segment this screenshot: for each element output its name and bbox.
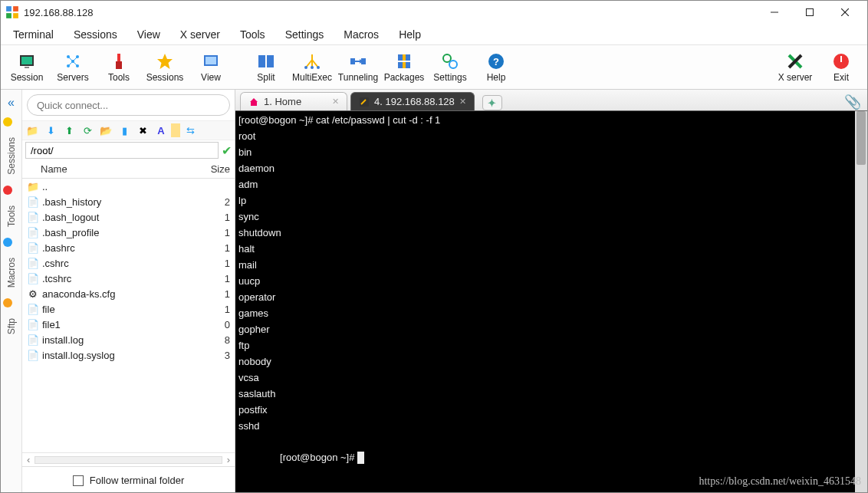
- terminal-cursor: [357, 452, 364, 464]
- file-size: 8: [199, 334, 230, 346]
- menu-sessions[interactable]: Sessions: [64, 25, 127, 44]
- svg-rect-0: [6, 6, 12, 12]
- file-row[interactable]: 📄.tcshrc1: [22, 271, 235, 286]
- toolbar-multiexec[interactable]: MultiExec: [289, 47, 335, 88]
- folder-icon[interactable]: 📁: [24, 122, 41, 139]
- paperclip-icon[interactable]: 📎: [844, 94, 861, 110]
- split-icon: [257, 52, 275, 71]
- follow-checkbox[interactable]: [73, 475, 84, 486]
- toolbar-exit[interactable]: Exit: [818, 47, 864, 88]
- session-icon: [18, 52, 36, 71]
- minimize-button[interactable]: [757, 1, 792, 24]
- terminal[interactable]: [root@bogon ~]# cat /etc/passwd | cut -d…: [235, 111, 867, 493]
- menu-terminal[interactable]: Terminal: [4, 25, 63, 44]
- svg-point-31: [304, 66, 307, 69]
- menu-settings[interactable]: Settings: [276, 25, 334, 44]
- file-icon: 📄: [27, 242, 39, 254]
- download-icon[interactable]: ⬇: [42, 122, 59, 139]
- file-name: install.log.syslog: [42, 350, 199, 361]
- file-row[interactable]: ⚙anaconda-ks.cfg1: [22, 286, 235, 301]
- file-icon[interactable]: ▮: [116, 122, 133, 139]
- side-tab-tools[interactable]: Tools: [3, 198, 20, 235]
- side-strip: « SessionsToolsMacrosSftp: [1, 90, 22, 493]
- menu-help[interactable]: Help: [390, 25, 430, 44]
- terminal-scrollbar[interactable]: [855, 111, 867, 493]
- side-dot-icon: [3, 186, 12, 195]
- tab-label: 1. Home: [264, 96, 301, 107]
- delete-icon[interactable]: ✖: [134, 122, 151, 139]
- horizontal-scrollbar[interactable]: ‹›: [22, 452, 235, 466]
- file-row[interactable]: 📄.bashrc1: [22, 240, 235, 255]
- file-icon: 📄: [27, 349, 39, 361]
- new-tab-button[interactable]: ✦: [482, 95, 502, 110]
- side-tab-sessions[interactable]: Sessions: [3, 130, 20, 182]
- upload-icon[interactable]: ⬆: [61, 122, 77, 139]
- file-list[interactable]: 📁..📄.bash_history2📄.bash_logout1📄.bash_p…: [22, 179, 235, 452]
- follow-terminal-row[interactable]: Follow terminal folder: [22, 466, 235, 493]
- side-tab-sftp[interactable]: Sftp: [3, 311, 20, 342]
- toolbar-packages[interactable]: Packages: [381, 47, 427, 88]
- menu-macros[interactable]: Macros: [334, 25, 388, 44]
- file-name: file1: [42, 319, 199, 330]
- follow-label: Follow terminal folder: [90, 475, 185, 486]
- toggle-icon[interactable]: ⇆: [182, 122, 199, 139]
- file-row[interactable]: 📄.bash_history2: [22, 194, 235, 209]
- svg-line-19: [73, 61, 77, 66]
- toolbar-servers[interactable]: Servers: [50, 47, 96, 88]
- quick-connect-input[interactable]: [27, 94, 230, 116]
- svg-point-33: [317, 66, 320, 69]
- file-size: 2: [199, 196, 230, 208]
- toolbar-split[interactable]: Split: [243, 47, 289, 88]
- file-size: 1: [199, 288, 230, 300]
- svg-rect-40: [403, 54, 406, 61]
- svg-text:?: ?: [493, 56, 499, 67]
- file-list-header[interactable]: Name Size: [22, 160, 235, 179]
- file-row[interactable]: 📄install.log8: [22, 332, 235, 347]
- file-row[interactable]: 📄install.log.syslog3: [22, 347, 235, 363]
- column-size[interactable]: Size: [199, 163, 230, 175]
- window-title: 192.168.88.128: [24, 7, 757, 18]
- toolbar-tools[interactable]: Tools: [96, 47, 142, 88]
- toolbar-x-server[interactable]: X server: [772, 47, 818, 88]
- collapse-left-icon[interactable]: «: [8, 91, 15, 114]
- svg-rect-20: [117, 54, 120, 61]
- tab-close-icon[interactable]: ✕: [332, 97, 339, 107]
- font-icon[interactable]: A: [153, 122, 169, 139]
- column-name[interactable]: Name: [41, 163, 199, 175]
- toolbar-sessions[interactable]: Sessions: [142, 47, 188, 88]
- maximize-button[interactable]: [792, 1, 827, 24]
- toolbar-help[interactable]: ?Help: [473, 47, 519, 88]
- tab-close-icon[interactable]: ✕: [459, 97, 466, 107]
- toolbar-session[interactable]: Session: [4, 47, 50, 88]
- menu-x-server[interactable]: X server: [171, 25, 229, 44]
- star-icon: [156, 52, 174, 71]
- toolbar-tunneling[interactable]: Tunneling: [335, 47, 381, 88]
- close-button[interactable]: [827, 1, 863, 24]
- path-input[interactable]: [25, 142, 219, 159]
- tab-4-192-168-88-128[interactable]: 4. 192.168.88.128✕: [350, 92, 475, 110]
- file-row[interactable]: 📄.bash_profile1: [22, 225, 235, 240]
- file-row[interactable]: 📄.bash_logout1: [22, 209, 235, 225]
- menu-tools[interactable]: Tools: [231, 25, 275, 44]
- side-dot-icon: [3, 238, 12, 247]
- new-folder-icon[interactable]: 📂: [97, 122, 114, 139]
- svg-point-32: [311, 66, 314, 69]
- menu-view[interactable]: View: [128, 25, 169, 44]
- file-row[interactable]: 📄.cshrc1: [22, 255, 235, 271]
- file-name: .bash_logout: [42, 212, 199, 223]
- side-tab-macros[interactable]: Macros: [3, 250, 20, 295]
- svg-rect-24: [205, 57, 216, 64]
- file-icon: 📄: [27, 196, 39, 208]
- file-icon: 📄: [27, 226, 39, 238]
- file-row[interactable]: 📁..: [22, 179, 235, 194]
- refresh-icon[interactable]: ⟳: [79, 122, 96, 139]
- file-size: 1: [199, 273, 230, 284]
- toolbar-view[interactable]: View: [188, 47, 234, 88]
- file-row[interactable]: 📄file10: [22, 317, 235, 332]
- highlight-icon[interactable]: [171, 123, 180, 137]
- svg-rect-3: [13, 13, 18, 18]
- file-row[interactable]: 📄file1: [22, 301, 235, 317]
- tab-1-home[interactable]: 1. Home✕: [240, 92, 347, 110]
- toolbar-settings[interactable]: Settings: [427, 47, 473, 88]
- svg-line-17: [73, 57, 77, 61]
